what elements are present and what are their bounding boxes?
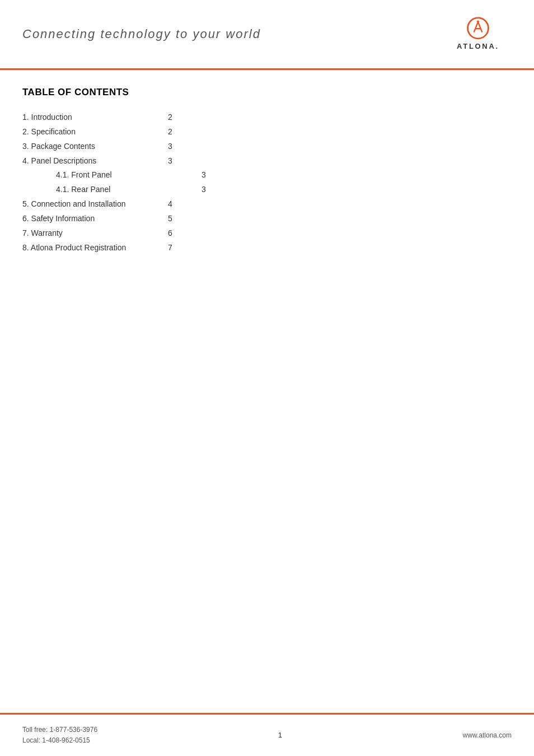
toc-item-page: 2 — [168, 125, 172, 139]
toc-item: 2. Specification2 — [22, 125, 512, 139]
toc-title: TABLE OF CONTENTS — [22, 87, 512, 98]
toc-item: 5. Connection and Installation4 — [22, 197, 512, 212]
toc-item-label: 4.1. Front Panel — [56, 168, 202, 183]
toc-item-label: 7. Warranty — [22, 226, 168, 241]
toc-item: 8. Atlona Product Registration7 — [22, 241, 512, 255]
toc-item: 4.1. Front Panel3 — [22, 168, 512, 183]
toc-item-page: 3 — [168, 154, 172, 169]
toc-item-label: 6. Safety Information — [22, 212, 168, 226]
local-label: Local: — [22, 736, 42, 744]
toc-item: 1. Introduction2 — [22, 110, 512, 125]
logo-area: ATLONA. — [444, 17, 512, 58]
header: Connecting technology to your world ATLO… — [0, 0, 534, 58]
toc-item: 4. Panel Descriptions3 — [22, 154, 512, 169]
toc-item-label: 3. Package Contents — [22, 139, 168, 154]
atlona-logo-icon: ATLONA. — [444, 17, 512, 58]
toc-item-label: 2. Specification — [22, 125, 168, 139]
toc-item-label: 4.1. Rear Panel — [56, 183, 202, 197]
footer-contact: Toll free: 1-877-536-3976 Local: 1-408-9… — [22, 725, 97, 746]
toll-free-label: Toll free: — [22, 726, 50, 734]
toc-item-page: 3 — [168, 139, 172, 154]
toc-item-page: 5 — [168, 212, 172, 226]
toll-free-line: Toll free: 1-877-536-3976 — [22, 725, 97, 735]
toll-free-number: 1-877-536-3976 — [50, 726, 97, 734]
toc-item: 6. Safety Information5 — [22, 212, 512, 226]
page-wrapper: Connecting technology to your world ATLO… — [0, 0, 534, 756]
toc-item-page: 3 — [202, 183, 206, 197]
toc-item: 7. Warranty6 — [22, 226, 512, 241]
toc-item: 4.1. Rear Panel3 — [22, 183, 512, 197]
toc-item-page: 7 — [168, 241, 172, 255]
local-line: Local: 1-408-962-0515 — [22, 735, 97, 746]
toc-item-label: 8. Atlona Product Registration — [22, 241, 168, 255]
local-number: 1-408-962-0515 — [42, 736, 90, 744]
svg-text:ATLONA.: ATLONA. — [457, 42, 499, 50]
main-content: TABLE OF CONTENTS 1. Introduction22. Spe… — [0, 70, 534, 713]
toc-item-page: 6 — [168, 226, 172, 241]
toc-item-label: 4. Panel Descriptions — [22, 154, 168, 169]
footer-page-number: 1 — [278, 731, 282, 739]
toc-item-label: 1. Introduction — [22, 110, 168, 125]
toc-list: 1. Introduction22. Specification23. Pack… — [22, 110, 512, 255]
toc-item-page: 3 — [202, 168, 206, 183]
toc-item-label: 5. Connection and Installation — [22, 197, 168, 212]
toc-item-page: 2 — [168, 110, 172, 125]
header-tagline: Connecting technology to your world — [22, 27, 261, 41]
footer-website: www.atlona.com — [463, 731, 512, 739]
toc-item: 3. Package Contents3 — [22, 139, 512, 154]
footer: Toll free: 1-877-536-3976 Local: 1-408-9… — [0, 715, 534, 756]
toc-item-page: 4 — [168, 197, 172, 212]
